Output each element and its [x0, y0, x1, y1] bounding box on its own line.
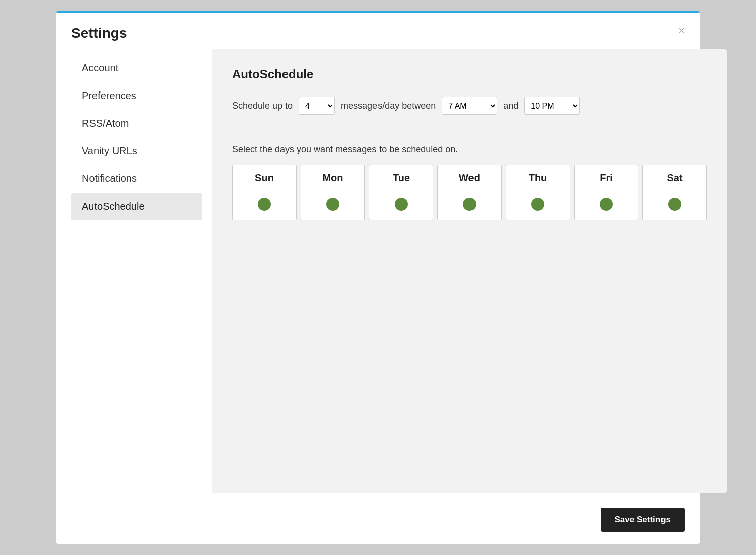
- save-settings-button[interactable]: Save Settings: [601, 508, 685, 532]
- day-card-sat[interactable]: Sat: [642, 165, 707, 220]
- day-dot-fri: [600, 198, 613, 211]
- day-label-tue: Tue: [393, 172, 410, 184]
- sidebar-item-notifications[interactable]: Notifications: [71, 165, 202, 193]
- start-time-select[interactable]: 7 AM 12 AM 1 AM 2 AM 3 AM 4 AM 5 AM 6 AM…: [442, 97, 497, 115]
- day-dot-wed: [463, 198, 476, 211]
- day-card-wed[interactable]: Wed: [437, 165, 502, 220]
- sidebar: Account Preferences RSS/Atom Vanity URLs…: [71, 49, 202, 493]
- day-dot-tue: [395, 198, 408, 211]
- modal-header: Settings ×: [56, 13, 700, 49]
- day-card-fri[interactable]: Fri: [574, 165, 638, 220]
- sidebar-item-preferences[interactable]: Preferences: [71, 82, 202, 110]
- days-grid: Sun Mon Tue Wed: [232, 165, 707, 220]
- day-divider-fri: [580, 191, 633, 191]
- messages-per-day-select[interactable]: 4 1 2 3 5 6 7 8: [299, 97, 335, 115]
- day-label-thu: Thu: [529, 172, 547, 184]
- schedule-middle: messages/day between: [341, 101, 436, 111]
- day-label-sat: Sat: [667, 172, 682, 184]
- day-dot-mon: [326, 198, 339, 211]
- sidebar-item-vanity-urls[interactable]: Vanity URLs: [71, 137, 202, 165]
- modal-title: Settings: [71, 25, 127, 41]
- schedule-prefix: Schedule up to: [232, 101, 293, 111]
- content-panel: AutoSchedule Schedule up to 4 1 2 3 5 6 …: [212, 49, 727, 493]
- day-label-wed: Wed: [459, 172, 480, 184]
- schedule-and: and: [503, 101, 518, 111]
- modal-body: Account Preferences RSS/Atom Vanity URLs…: [56, 49, 700, 508]
- day-label-fri: Fri: [600, 172, 613, 184]
- day-divider-wed: [443, 191, 496, 191]
- modal-footer: Save Settings: [56, 508, 700, 544]
- day-dot-sun: [258, 198, 271, 211]
- day-card-mon[interactable]: Mon: [301, 165, 365, 220]
- day-card-sun[interactable]: Sun: [232, 165, 297, 220]
- day-card-thu[interactable]: Thu: [506, 165, 570, 220]
- day-divider-mon: [306, 191, 359, 191]
- sidebar-item-rss-atom[interactable]: RSS/Atom: [71, 110, 202, 137]
- content-title: AutoSchedule: [232, 67, 707, 81]
- day-dot-thu: [531, 198, 544, 211]
- day-divider-thu: [511, 191, 564, 191]
- sidebar-item-autoschedule[interactable]: AutoSchedule: [71, 193, 202, 220]
- schedule-row: Schedule up to 4 1 2 3 5 6 7 8 messages/…: [232, 97, 707, 115]
- days-label: Select the days you want messages to be …: [232, 144, 707, 155]
- day-label-mon: Mon: [322, 172, 343, 184]
- day-divider-sun: [238, 191, 291, 191]
- day-divider-tue: [374, 191, 428, 191]
- day-dot-sat: [668, 198, 681, 211]
- settings-modal: Settings × Account Preferences RSS/Atom …: [56, 11, 700, 544]
- day-card-tue[interactable]: Tue: [369, 165, 433, 220]
- end-time-select[interactable]: 10 PM 12 AM 1 AM 2 AM 6 PM 7 PM 8 PM 9 P…: [524, 97, 580, 115]
- section-divider: [232, 130, 707, 130]
- close-button[interactable]: ×: [678, 25, 685, 36]
- day-label-sun: Sun: [255, 172, 274, 184]
- sidebar-item-account[interactable]: Account: [71, 54, 202, 82]
- day-divider-sat: [648, 191, 701, 191]
